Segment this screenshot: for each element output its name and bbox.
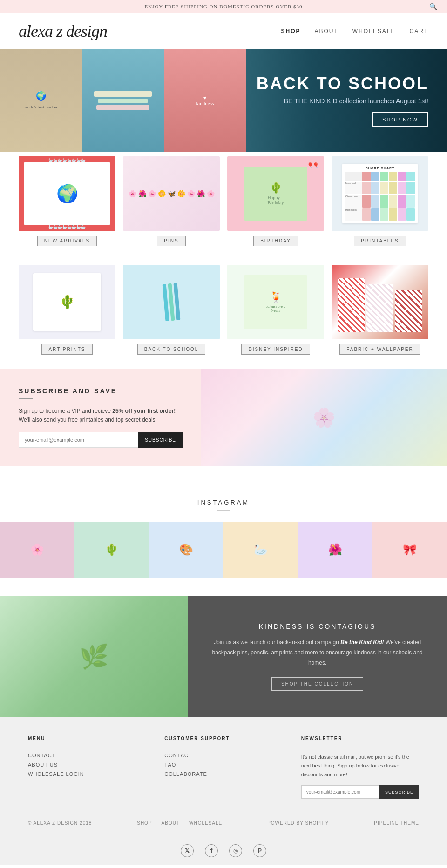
subscribe-button[interactable]: SUBSCRIBE [138,432,183,448]
subscribe-left: SUBSCRIBE AND SAVE Sign up to become a V… [0,369,201,466]
footer-link-faq[interactable]: FAQ [164,762,282,767]
twitter-icon[interactable]: 𝕏 [181,844,194,857]
social-row: 𝕏 f ◎ P [0,835,447,865]
instagram-divider [217,510,230,511]
footer-menu-title: MENU [28,736,146,741]
product-item-back-to-school[interactable]: BACK TO SCHOOL [123,265,220,355]
footer-support-col: CUSTOMER SUPPORT CONTACT FAQ COLLABORATE [164,736,282,799]
subscribe-right-image: 🌸 [201,369,447,466]
kindness-section: 🌿 KINDNESS IS CONTAGIOUS Join us as we l… [0,596,447,717]
nav-about[interactable]: ABOUT [315,28,339,34]
footer-bottom-nav: SHOP ABOUT WHOLESALE [137,821,222,826]
footer-top: MENU CONTACT ABOUT US WHOLESALE LOGIN CU… [28,736,419,799]
product-item-pins[interactable]: 🌸🌺🌸 🌼🦋🌼 🌸🌺🌸 PINS [123,156,220,246]
kindness-heading: KINDNESS IS CONTAGIOUS [259,623,376,630]
subscribe-heading: SUBSCRIBE AND SAVE [19,387,183,395]
hero-content: BACK TO SCHOOL BE THE KIND KID collectio… [257,74,428,127]
footer-newsletter-form: SUBSCRIBE [301,785,419,799]
product-label-birthday[interactable]: BIRTHDAY [253,236,298,246]
footer-newsletter-col: NEWSLETTER It's not classic snail mail, … [301,736,419,799]
shop-collection-button[interactable]: SHOP THE COLLECTION [271,677,363,691]
logo[interactable]: alexa z design [19,21,107,41]
footer-pipeline: PIPELINE THEME [374,821,419,826]
footer-link-about[interactable]: ABOUT US [28,762,146,767]
header: alexa z design SHOP ABOUT WHOLESALE CART [0,13,447,49]
footer-link-support-contact[interactable]: CONTACT [164,753,282,758]
footer-newsletter-text: It's not classic snail mail, but we prom… [301,753,419,779]
footer-email-input[interactable] [301,785,379,799]
footer-menu-divider [28,747,146,747]
product-label-disney-inspired[interactable]: DISNEY INSPIRED [241,344,310,355]
product-label-fabric-wallpaper[interactable]: FABRIC + WALLPAPER [339,344,420,355]
product-grid-row2: 🌵 ART PRINTS BACK TO SCHOOL 🍹 colours ar… [0,260,447,369]
product-item-new-arrivals[interactable]: 🌍 🦢🦢🦢🦢🦢🦢🦢🦢 🦢🦢🦢🦢🦢🦢🦢🦢 NEW ARRIVALS [19,156,115,246]
top-bar: ENJOY FREE SHIPPING ON DOMESTIC ORDERS O… [0,0,447,13]
footer-bottom-about[interactable]: ABOUT [162,821,180,826]
footer-link-collaborate[interactable]: COLLABORATE [164,771,282,777]
product-grid-row1: 🌍 🦢🦢🦢🦢🦢🦢🦢🦢 🦢🦢🦢🦢🦢🦢🦢🦢 NEW ARRIVALS 🌸🌺🌸 🌼🦋🌼… [0,152,447,260]
product-label-back-to-school[interactable]: BACK TO SCHOOL [137,344,206,355]
facebook-icon[interactable]: f [205,844,218,857]
shipping-message: ENJOY FREE SHIPPING ON DOMESTIC ORDERS O… [144,4,302,9]
footer-support-divider [164,747,282,747]
product-item-fabric-wallpaper[interactable]: FABRIC + WALLPAPER [332,265,428,355]
product-label-pins[interactable]: PINS [157,236,185,246]
product-item-disney-inspired[interactable]: 🍹 colours are abreeze DISNEY INSPIRED [227,265,324,355]
hero-shop-now-button[interactable]: SHOP NOW [372,112,428,127]
footer-menu-col: MENU CONTACT ABOUT US WHOLESALE LOGIN [28,736,146,799]
product-item-printables[interactable]: CHORE CHART Make bed Clean r [332,156,428,246]
footer-bottom: © ALEXA Z DESIGN 2018 SHOP ABOUT WHOLESA… [28,813,419,826]
kindness-right-content: KINDNESS IS CONTAGIOUS Join us as we lau… [188,596,447,717]
kindness-left-image: 🌿 [0,596,188,717]
footer-support-title: CUSTOMER SUPPORT [164,736,282,741]
instagram-section: INSTAGRAM 🌸 🌵 🎨 🦢 🌺 🎀 [0,480,447,596]
product-item-birthday[interactable]: 🌵 HappyBirthday 🎈🎈 BIRTHDAY [227,156,324,246]
main-nav: SHOP ABOUT WHOLESALE CART [281,28,428,34]
hero-banner: 🌍world's best teacher ♥kindness BACK TO … [0,49,447,152]
subscribe-form: SUBSCRIBE [19,432,183,448]
product-label-art-prints[interactable]: ART PRINTS [41,344,92,355]
nav-shop[interactable]: SHOP [281,28,300,34]
footer-newsletter-title: NEWSLETTER [301,736,419,741]
pinterest-icon[interactable]: P [253,844,266,857]
footer-link-wholesale-login[interactable]: WHOLESALE LOGIN [28,771,146,777]
hero-title: BACK TO SCHOOL [257,74,428,94]
subscribe-email-input[interactable] [19,432,138,448]
footer-powered-by: POWERED BY SHOPIFY [267,821,329,826]
subscribe-text: Sign up to become a VIP and recieve 25% … [19,407,183,424]
instagram-icon[interactable]: ◎ [229,844,242,857]
nav-cart[interactable]: CART [410,28,428,34]
kindness-text: Join us as we launch our back-to-school … [211,638,424,668]
footer-bottom-shop[interactable]: SHOP [137,821,152,826]
subscribe-divider [19,398,33,399]
footer-link-contact[interactable]: CONTACT [28,753,146,758]
product-label-new-arrivals[interactable]: NEW ARRIVALS [37,236,97,246]
product-item-art-prints[interactable]: 🌵 ART PRINTS [19,265,115,355]
product-label-printables[interactable]: PRINTABLES [354,236,406,246]
footer: MENU CONTACT ABOUT US WHOLESALE LOGIN CU… [0,717,447,835]
hero-subtitle: BE THE KIND KID collection launches Augu… [257,97,428,105]
nav-wholesale[interactable]: WHOLESALE [352,28,396,34]
instagram-heading: INSTAGRAM [0,499,447,506]
footer-copyright: © ALEXA Z DESIGN 2018 [28,821,92,826]
subscribe-section: SUBSCRIBE AND SAVE Sign up to become a V… [0,369,447,466]
footer-bottom-wholesale[interactable]: WHOLESALE [189,821,222,826]
footer-subscribe-button[interactable]: SUBSCRIBE [379,785,419,799]
footer-newsletter-divider [301,747,419,747]
search-icon[interactable]: 🔍 [429,3,438,11]
